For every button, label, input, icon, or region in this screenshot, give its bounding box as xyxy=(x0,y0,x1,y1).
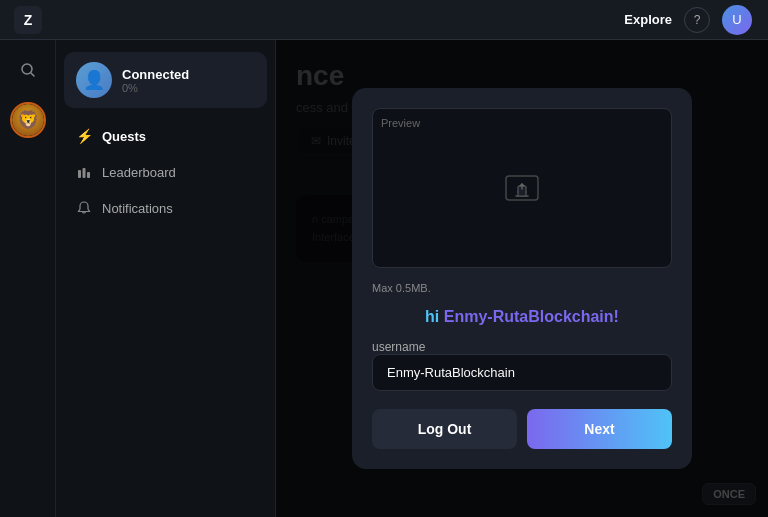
svg-line-1 xyxy=(31,73,34,76)
topbar: Z Explore ? U xyxy=(0,0,768,40)
svg-rect-3 xyxy=(83,168,86,178)
lion-avatar-icon: 🦁 xyxy=(12,104,44,136)
modal-buttons: Log Out Next xyxy=(372,409,672,449)
nav-sidebar: 👤 Connected 0% ⚡ Quests Leaderboard xyxy=(56,40,276,517)
upload-icon xyxy=(504,170,540,206)
svg-rect-2 xyxy=(78,170,81,178)
help-button[interactable]: ? xyxy=(684,7,710,33)
leaderboard-icon xyxy=(76,164,92,180)
sidebar-user-avatar[interactable]: 🦁 xyxy=(10,102,46,138)
connected-label: Connected xyxy=(122,67,255,82)
sidebar-item-leaderboard[interactable]: Leaderboard xyxy=(64,156,267,188)
connected-avatar: 👤 xyxy=(76,62,112,98)
profile-modal: Preview Max 0.5MB. xyxy=(352,88,692,469)
username-input[interactable] xyxy=(372,354,672,391)
quests-icon: ⚡ xyxy=(76,128,92,144)
leaderboard-label: Leaderboard xyxy=(102,165,176,180)
modal-overlay: Preview Max 0.5MB. xyxy=(276,40,768,517)
notifications-label: Notifications xyxy=(102,201,173,216)
icon-sidebar: 🦁 xyxy=(0,40,56,517)
notifications-icon xyxy=(76,200,92,216)
main-layout: 🦁 👤 Connected 0% ⚡ Quests Le xyxy=(0,40,768,517)
sidebar-item-quests[interactable]: ⚡ Quests xyxy=(64,120,267,152)
quests-label: Quests xyxy=(102,129,146,144)
topbar-logo[interactable]: Z xyxy=(14,6,42,34)
preview-label: Preview xyxy=(381,117,420,129)
explore-link[interactable]: Explore xyxy=(624,12,672,27)
svg-rect-4 xyxy=(87,172,90,178)
user-avatar[interactable]: U xyxy=(722,5,752,35)
max-size-label: Max 0.5MB. xyxy=(372,282,672,294)
preview-container[interactable]: Preview xyxy=(372,108,672,268)
username-label: username xyxy=(372,340,672,354)
sidebar-item-notifications[interactable]: Notifications xyxy=(64,192,267,224)
content-area: nce cess and knowledge to finance. ✉ Inv… xyxy=(276,40,768,517)
next-button[interactable]: Next xyxy=(527,409,672,449)
logout-button[interactable]: Log Out xyxy=(372,409,517,449)
search-button[interactable] xyxy=(12,54,44,86)
connected-pct: 0% xyxy=(122,82,255,94)
greeting-text: hi Enmy-RutaBlockchain! xyxy=(372,308,672,326)
username-field-group: username xyxy=(372,340,672,391)
connected-card: 👤 Connected 0% xyxy=(64,52,267,108)
